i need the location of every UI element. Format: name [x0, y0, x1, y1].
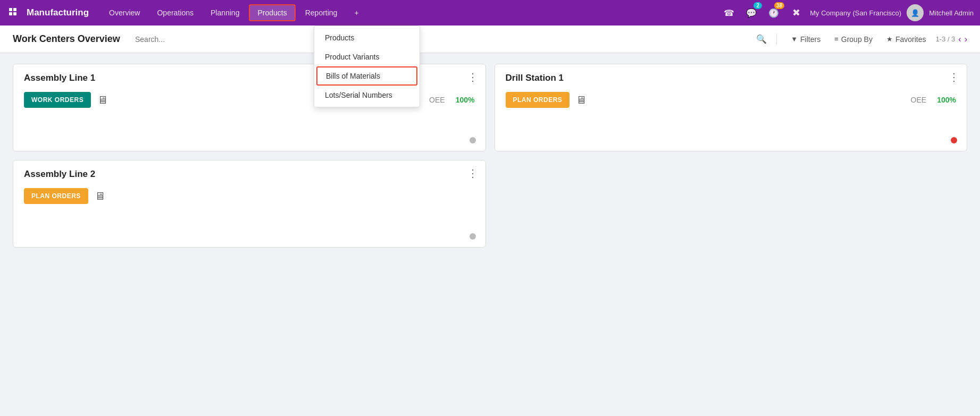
svg-rect-3 [13, 12, 16, 15]
search-input[interactable] [135, 35, 751, 44]
settings-icon-btn[interactable]: ✖ [788, 4, 805, 21]
work-centers-grid: ⋮ Assembly Line 1 WORK ORDERS 🖥 OEE 100%… [13, 64, 967, 248]
username: Mitchell Admin [929, 9, 974, 17]
top-navigation: Manufacturing Overview Operations Planni… [0, 0, 980, 26]
card-menu-button-3[interactable]: ⋮ [467, 168, 478, 179]
oee-value-2: 100% [937, 96, 956, 104]
app-brand: Manufacturing [27, 7, 89, 18]
card-drill-station-1: ⋮ Drill Station 1 PLAN ORDERS 🖥 OEE 100% [495, 64, 968, 151]
timer-icon: 🕐 [768, 8, 779, 18]
dropdown-bills-of-materials[interactable]: Bills of Materials [316, 66, 417, 86]
chat-icon-btn[interactable]: 💬 2 [743, 4, 760, 21]
oee-label-2: OEE [911, 96, 927, 104]
filters-button[interactable]: ▼ Filters [786, 33, 825, 46]
favorites-button[interactable]: ★ Favorites [882, 33, 931, 46]
subheader: Work Centers Overview 🔍 ▼ Filters ≡ Grou… [0, 26, 980, 53]
nav-operations[interactable]: Operations [149, 5, 200, 20]
star-icon: ★ [886, 35, 893, 43]
status-dot-1 [470, 137, 476, 143]
work-orders-button-1[interactable]: WORK ORDERS [24, 92, 91, 108]
svg-rect-1 [13, 8, 16, 11]
dropdown-products[interactable]: Products [314, 28, 420, 47]
pagination-info: 1-3 / 3 ‹ › [935, 35, 967, 44]
svg-rect-0 [9, 8, 12, 11]
apps-grid-icon[interactable] [6, 5, 21, 20]
filters-label: Filters [800, 35, 820, 44]
next-page-button[interactable]: › [965, 35, 967, 44]
dropdown-product-variants[interactable]: Product Variants [314, 47, 420, 66]
nav-add[interactable]: + [347, 5, 366, 20]
card-title-2: Drill Station 1 [506, 73, 957, 83]
monitor-icon-3[interactable]: 🖥 [95, 190, 105, 202]
main-content: ⋮ Assembly Line 1 WORK ORDERS 🖥 OEE 100%… [0, 53, 980, 416]
pagination-text: 1-3 / 3 [935, 35, 955, 43]
nav-products[interactable]: Products [249, 4, 295, 21]
chat-badge: 2 [753, 2, 762, 9]
nav-planning[interactable]: Planning [203, 5, 247, 20]
avatar[interactable]: 👤 [907, 4, 924, 21]
company-name: My Company (San Francisco) [810, 9, 901, 17]
phone-icon: ☎ [724, 8, 734, 18]
plan-orders-button-2[interactable]: PLAN ORDERS [506, 92, 570, 108]
products-dropdown: Products Product Variants Bills of Mater… [314, 26, 420, 107]
monitor-icon-1[interactable]: 🖥 [97, 94, 108, 106]
topnav-right-section: ☎ 💬 2 🕐 38 ✖ My Company (San Francisco) … [721, 4, 974, 21]
card-menu-button-2[interactable]: ⋮ [949, 72, 959, 82]
phone-icon-btn[interactable]: ☎ [721, 4, 738, 21]
card-assembly-line-2: ⋮ Assembly Line 2 PLAN ORDERS 🖥 [13, 160, 486, 248]
chat-icon: 💬 [746, 8, 757, 18]
groupby-icon: ≡ [834, 35, 839, 43]
card-actions-2: PLAN ORDERS 🖥 OEE 100% [506, 92, 957, 108]
card-menu-button-1[interactable]: ⋮ [467, 72, 478, 82]
close-icon: ✖ [792, 7, 800, 19]
card-title-3: Assembly Line 2 [24, 169, 475, 180]
timer-icon-btn[interactable]: 🕐 38 [765, 4, 782, 21]
groupby-button[interactable]: ≡ Group By [830, 33, 877, 46]
plan-orders-button-3[interactable]: PLAN ORDERS [24, 188, 88, 204]
status-dot-3 [470, 233, 476, 240]
status-dot-2 [951, 137, 957, 143]
svg-rect-2 [9, 12, 12, 15]
filter-icon: ▼ [791, 35, 798, 43]
favorites-label: Favorites [895, 35, 926, 44]
oee-value-1: 100% [456, 96, 475, 104]
search-icon[interactable]: 🔍 [756, 34, 767, 44]
nav-reporting[interactable]: Reporting [298, 5, 345, 20]
groupby-label: Group By [841, 35, 873, 44]
monitor-icon-2[interactable]: 🖥 [576, 94, 587, 106]
dropdown-lots-serial-numbers[interactable]: Lots/Serial Numbers [314, 86, 420, 105]
nav-overview[interactable]: Overview [102, 5, 147, 20]
oee-label-1: OEE [429, 96, 445, 104]
prev-page-button[interactable]: ‹ [958, 35, 961, 44]
card-actions-3: PLAN ORDERS 🖥 [24, 188, 475, 204]
timer-badge: 38 [774, 2, 784, 9]
page-title: Work Centers Overview [13, 33, 130, 45]
